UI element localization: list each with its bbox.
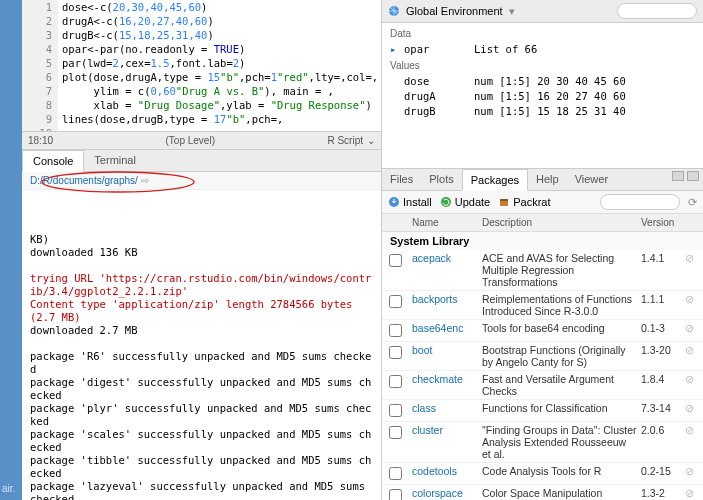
- package-name-link[interactable]: class: [412, 402, 436, 414]
- refresh-icon[interactable]: ⟳: [688, 196, 697, 209]
- remove-package-icon[interactable]: ⊘: [685, 322, 694, 334]
- package-name-link[interactable]: boot: [412, 344, 432, 356]
- tab-packages[interactable]: Packages: [462, 169, 528, 191]
- maximize-pane-icon[interactable]: [687, 171, 699, 181]
- remove-package-icon[interactable]: ⊘: [685, 465, 694, 477]
- packages-list[interactable]: System Library acepack ACE and AVAS for …: [382, 232, 703, 500]
- expand-icon[interactable]: [390, 89, 404, 104]
- env-scope[interactable]: Global Environment: [406, 5, 503, 17]
- remove-package-icon[interactable]: ⊘: [685, 252, 694, 264]
- environment-pane[interactable]: Data ▸ opar List of 66 Values dose num […: [382, 23, 703, 169]
- col-desc: Description: [482, 217, 641, 228]
- package-description: Code Analysis Tools for R: [482, 465, 601, 477]
- console-line: downloaded 136 KB: [30, 246, 373, 259]
- svg-rect-5: [500, 199, 508, 201]
- env-row[interactable]: ▸ opar List of 66: [382, 42, 703, 57]
- package-version: 7.3-14: [641, 402, 671, 414]
- chevron-icon: ⌄: [367, 135, 375, 146]
- console-line: package 'plyr' successfully unpacked and…: [30, 402, 373, 428]
- path-arrow-icon: ⇨: [141, 175, 149, 186]
- env-var-name: opar: [404, 42, 474, 57]
- taskbar-label: air.: [2, 483, 15, 494]
- package-name-link[interactable]: base64enc: [412, 322, 463, 334]
- source-editor[interactable]: 1234567891011 dose<-c(20,30,40,45,60)dru…: [22, 0, 381, 150]
- env-var-value: List of 66: [474, 42, 695, 57]
- package-name-link[interactable]: checkmate: [412, 373, 463, 385]
- tab-terminal[interactable]: Terminal: [84, 150, 146, 171]
- env-section: Values: [382, 57, 703, 74]
- remove-package-icon[interactable]: ⊘: [685, 402, 694, 414]
- console-line: package 'tibble' successfully unpacked a…: [30, 454, 373, 480]
- package-version: 1.8.4: [641, 373, 664, 385]
- package-version: 1.3-20: [641, 344, 671, 356]
- package-row: backports Reimplementations of Functions…: [382, 291, 703, 320]
- install-button[interactable]: Install: [388, 196, 432, 208]
- env-search[interactable]: [617, 3, 697, 19]
- package-checkbox[interactable]: [389, 467, 402, 480]
- package-checkbox[interactable]: [389, 295, 402, 308]
- console-output[interactable]: KB)downloaded 136 KB trying URL 'https:/…: [22, 190, 381, 500]
- package-name-link[interactable]: colorspace: [412, 487, 463, 499]
- env-row[interactable]: drugB num [1:5] 15 18 25 31 40: [382, 104, 703, 119]
- remove-package-icon[interactable]: ⊘: [685, 487, 694, 499]
- package-version: 0.2-15: [641, 465, 671, 477]
- tab-console[interactable]: Console: [22, 150, 84, 172]
- package-description: Tools for base64 encoding: [482, 322, 605, 334]
- tab-files[interactable]: Files: [382, 169, 421, 190]
- package-checkbox[interactable]: [389, 375, 402, 388]
- package-description: ACE and AVAS for Selecting Multiple Regr…: [482, 252, 614, 288]
- package-version: 1.1.1: [641, 293, 664, 305]
- scope-label: (Top Level): [166, 135, 215, 146]
- package-row: checkmate Fast and Versatile Argument Ch…: [382, 371, 703, 400]
- language-selector[interactable]: R Script ⌄: [327, 135, 375, 146]
- package-version: 0.1-3: [641, 322, 665, 334]
- minimize-pane-icon[interactable]: [672, 171, 684, 181]
- package-name-link[interactable]: codetools: [412, 465, 457, 477]
- rstudio-window: 1234567891011 dose<-c(20,30,40,45,60)dru…: [22, 0, 703, 500]
- dropdown-icon[interactable]: ▾: [509, 5, 515, 18]
- tab-help[interactable]: Help: [528, 169, 567, 190]
- package-group-header: System Library: [382, 232, 703, 250]
- remove-package-icon[interactable]: ⊘: [685, 344, 694, 356]
- package-checkbox[interactable]: [389, 324, 402, 337]
- pane-window-controls: [668, 169, 703, 190]
- package-name-link[interactable]: backports: [412, 293, 458, 305]
- remove-package-icon[interactable]: ⊘: [685, 293, 694, 305]
- console-line: Content type 'application/zip' length 27…: [30, 298, 373, 324]
- update-button[interactable]: Update: [440, 196, 490, 208]
- env-row[interactable]: drugA num [1:5] 16 20 27 40 60: [382, 89, 703, 104]
- tab-plots[interactable]: Plots: [421, 169, 461, 190]
- package-row: base64enc Tools for base64 encoding 0.1-…: [382, 320, 703, 342]
- env-var-name: drugA: [404, 89, 474, 104]
- console-line: trying URL 'https://cran.rstudio.com/bin…: [30, 272, 373, 298]
- package-checkbox[interactable]: [389, 346, 402, 359]
- package-checkbox[interactable]: [389, 489, 402, 500]
- console-line: package 'R6' successfully unpacked and M…: [30, 350, 373, 376]
- package-checkbox[interactable]: [389, 426, 402, 439]
- env-row[interactable]: dose num [1:5] 20 30 40 45 60: [382, 74, 703, 89]
- package-checkbox[interactable]: [389, 254, 402, 267]
- packrat-button[interactable]: Packrat: [498, 196, 550, 208]
- globe-icon: [388, 5, 400, 17]
- expand-icon[interactable]: [390, 74, 404, 89]
- package-name-link[interactable]: cluster: [412, 424, 443, 436]
- package-version: 1.4.1: [641, 252, 664, 264]
- tab-viewer[interactable]: Viewer: [567, 169, 616, 190]
- remove-package-icon[interactable]: ⊘: [685, 424, 694, 436]
- package-name-link[interactable]: acepack: [412, 252, 451, 264]
- package-description: Color Space Manipulation: [482, 487, 602, 499]
- expand-icon[interactable]: [390, 104, 404, 119]
- remove-package-icon[interactable]: ⊘: [685, 373, 694, 385]
- package-checkbox[interactable]: [389, 404, 402, 417]
- console-line: package 'scales' successfully unpacked a…: [30, 428, 373, 454]
- expand-icon[interactable]: ▸: [390, 42, 404, 57]
- env-section: Data: [382, 25, 703, 42]
- console-line: [30, 337, 373, 350]
- package-description: "Finding Groups in Data": Cluster Analys…: [482, 424, 637, 460]
- console-line: [30, 259, 373, 272]
- svg-point-0: [42, 190, 194, 192]
- editor-statusbar: 18:10 (Top Level) R Script ⌄: [22, 131, 381, 149]
- annotation-circle: [38, 190, 208, 196]
- packages-search[interactable]: [600, 194, 680, 210]
- code-body[interactable]: dose<-c(20,30,40,45,60)drugA<-c(16,20,27…: [58, 0, 381, 126]
